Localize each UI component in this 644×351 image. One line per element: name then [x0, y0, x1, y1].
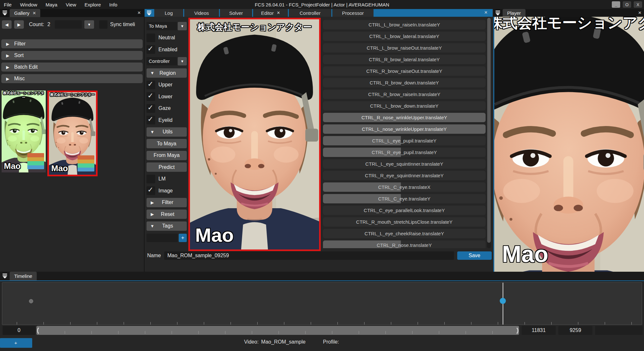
tag-input[interactable] — [147, 234, 178, 242]
next-thumbnail-button[interactable]: ▶ — [14, 20, 24, 29]
keyframe-marker-dot[interactable] — [29, 299, 33, 303]
close-button[interactable]: X — [634, 1, 642, 8]
controller-dropdown[interactable]: Controller — [147, 57, 177, 65]
name-input[interactable] — [164, 251, 454, 260]
controller-slider[interactable]: CTRL_L_eye_squintInner.translateY — [323, 159, 486, 169]
prev-thumbnail-button[interactable]: ◀ — [2, 20, 12, 29]
gallery-toolbar: ◀ ▶ Count: 2 ▼ ✓ Sync timeli — [0, 20, 145, 29]
minimize-button[interactable]: _ — [612, 1, 620, 8]
region-checkbox[interactable]: ✓ — [147, 81, 155, 89]
window-title: FCS 26.04.01 - FCS_ProjectFolder | Actor… — [255, 2, 389, 7]
tab-gallery[interactable]: Gallery × — [10, 9, 40, 17]
timeline-range-slider[interactable] — [36, 326, 519, 335]
controller-slider[interactable]: CTRL_L_brow_raiseOut.translateY — [323, 43, 486, 53]
panel-menu-icon[interactable] — [2, 274, 8, 278]
collapsible-section[interactable]: ▶ Sort — [1, 51, 143, 60]
dropdown-arrow-icon[interactable]: ▼ — [178, 57, 187, 65]
menu-item[interactable]: View — [66, 2, 76, 7]
collapsible-section[interactable]: ▶ Misc — [1, 74, 143, 83]
dropdown-arrow-icon[interactable]: ▼ — [84, 20, 94, 29]
panel-menu-icon[interactable] — [495, 11, 501, 15]
controller-slider[interactable]: CTRL_R_mouth_stretchLipsClose.translateY — [323, 217, 486, 227]
neutral-checkbox[interactable]: ✓ — [147, 34, 155, 42]
extra-frame-box[interactable] — [595, 326, 643, 335]
controller-slider[interactable]: CTRL_L_eye_cheekRaise.translateY — [323, 229, 486, 238]
editor-tab[interactable]: Editor × — [253, 9, 288, 17]
filter-section-header[interactable]: ▶ Filter — [147, 198, 187, 207]
panel-menu-icon[interactable] — [2, 11, 8, 15]
editor-tab[interactable]: Videos × — [184, 9, 219, 17]
menu-item[interactable]: Window — [20, 2, 37, 7]
editor-panel-close-icon[interactable]: × — [484, 10, 488, 15]
range-left-cap-icon[interactable] — [37, 326, 45, 335]
editor-tab[interactable]: Log × — [154, 9, 183, 17]
enabled-checkbox[interactable]: ✓ — [147, 45, 155, 54]
transport-controls: |< << > >> >| + Video:Mao_ROM_sample Pro… — [0, 338, 644, 348]
region-checkbox[interactable]: ✓ — [147, 92, 155, 101]
controller-slider[interactable]: CTRL_L_brow_down.translateY — [323, 101, 486, 111]
transport-button[interactable]: + — [0, 338, 32, 348]
region-checkbox[interactable]: ✓ — [147, 104, 155, 113]
from-maya-button[interactable]: From Maya — [147, 151, 187, 160]
start-frame-box[interactable]: 0 — [3, 326, 35, 335]
range-right-cap-icon[interactable] — [510, 326, 518, 335]
controller-slider[interactable]: CTRL_R_nose.translateY — [323, 240, 486, 248]
controller-slider[interactable]: CTRL_L_brow_lateral.translateY — [323, 32, 486, 41]
panel-menu-icon[interactable] — [146, 11, 152, 15]
controller-list-scrollbar[interactable] — [487, 17, 491, 248]
utils-section-header[interactable]: ▼ Utils — [147, 127, 187, 137]
menu-item[interactable]: Explore — [84, 2, 101, 7]
player-panel-close-icon[interactable]: × — [638, 10, 641, 15]
lm-checkbox[interactable]: ✓ — [147, 175, 155, 183]
save-button[interactable]: Save — [457, 251, 492, 260]
thumbnail-mao-2-selected[interactable]: 株式会社モーションアクター Mao — [47, 91, 98, 176]
controller-slider[interactable]: CTRL_R_eye_pupil.translateY — [323, 148, 486, 157]
menu-item[interactable]: Maya — [46, 2, 58, 7]
scrollbar-thumb[interactable] — [487, 18, 491, 243]
sync-timeline-checkbox[interactable]: ✓ — [99, 20, 108, 29]
reset-section-header[interactable]: ▶ Reset — [147, 210, 187, 219]
image-checkbox[interactable]: ✓ — [147, 186, 155, 195]
collapsible-section[interactable]: ▶ Filter — [1, 39, 143, 48]
tab-player[interactable]: Player — [503, 9, 526, 17]
tags-section-header[interactable]: ▼ Tags — [147, 221, 187, 231]
editor-tab[interactable]: Solver × — [220, 9, 252, 17]
timeline-playhead[interactable] — [503, 283, 503, 325]
menu-item[interactable]: Info — [109, 2, 117, 7]
end-frame-box[interactable]: 11831 — [522, 326, 556, 335]
tab-close-icon[interactable]: × — [277, 10, 280, 16]
controller-slider[interactable]: CTRL_R_eye_squintInner.translateY — [323, 171, 486, 180]
gallery-dropdown[interactable] — [55, 20, 82, 29]
tab-timeline[interactable]: Timeline — [10, 272, 37, 280]
dropdown-arrow-icon[interactable]: ▼ — [178, 22, 187, 30]
editor-tab[interactable]: Processor × — [332, 9, 374, 17]
controller-slider[interactable]: CTRL_L_brow_raiseIn.translateY — [323, 20, 486, 29]
collapsible-section[interactable]: ▶ Batch Edit — [1, 63, 143, 72]
controller-slider[interactable]: CTRL_C_eye.translateX — [323, 182, 486, 192]
controller-slider[interactable]: CTRL_R_nose_wrinkleUpper.translateY — [323, 113, 486, 122]
timeline-canvas[interactable] — [2, 282, 642, 325]
controller-slider[interactable]: CTRL_L_eye_pupil.translateY — [323, 136, 486, 145]
gallery-panel-close-icon[interactable]: × — [137, 10, 141, 15]
region-checkbox[interactable]: ✓ — [147, 116, 155, 124]
editor-controls: To Maya ▼ ✓ Neutral ✓ Enabled Controller… — [147, 21, 187, 242]
add-tag-button[interactable]: + — [179, 234, 187, 242]
predict-button[interactable]: Predict — [147, 162, 187, 172]
playhead-dot-icon[interactable] — [500, 298, 506, 304]
controller-slider[interactable]: CTRL_R_brow_raiseIn.translateY — [323, 90, 486, 99]
current-frame-box[interactable]: 9259 — [558, 326, 592, 335]
to-maya-button[interactable]: To Maya — [147, 139, 187, 148]
controller-slider[interactable]: CTRL_R_brow_down.translateY — [323, 78, 486, 87]
region-section-header[interactable]: ▼ Region — [147, 68, 187, 78]
to-maya-dropdown[interactable]: To Maya — [147, 22, 177, 30]
tab-close-icon[interactable]: × — [33, 10, 36, 16]
controller-slider[interactable]: CTRL_C_eye_parallelLook.translateY — [323, 206, 486, 215]
controller-slider[interactable]: CTRL_C_eye.translateY — [323, 194, 486, 203]
thumbnail-mao-1[interactable]: 株式会社モーションアクター Mao — [2, 91, 46, 172]
controller-slider[interactable]: CTRL_R_brow_lateral.translateY — [323, 55, 486, 64]
controller-slider[interactable]: CTRL_R_brow_raiseOut.translateY — [323, 66, 486, 76]
maximize-button[interactable]: O — [623, 1, 631, 8]
editor-tab[interactable]: Controller × — [289, 9, 331, 17]
menu-item[interactable]: File — [4, 2, 12, 7]
controller-slider[interactable]: CTRL_L_nose_wrinkleUpper.translateY — [323, 124, 486, 134]
